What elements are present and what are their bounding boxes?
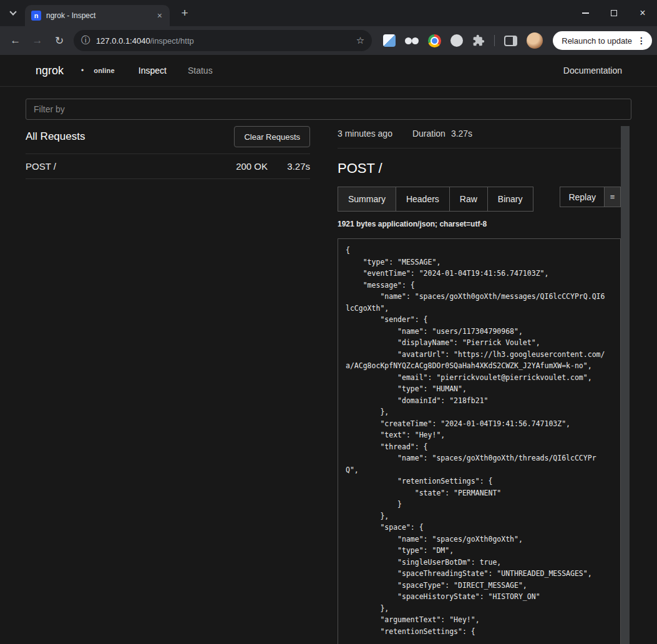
address-bar[interactable]: ⓘ 127.0.0.1:4040/inspect/http ☆	[74, 30, 372, 51]
reload-button[interactable]: ↻	[49, 30, 70, 51]
side-panel-icon[interactable]	[504, 36, 517, 46]
toolbar-separator	[494, 35, 495, 46]
requests-panel: All Requests Clear Requests POST / 200 O…	[26, 126, 310, 644]
menu-icon: ≡	[610, 192, 615, 202]
window-close-button[interactable]: ×	[628, 0, 657, 26]
site-info-icon[interactable]: ⓘ	[81, 35, 90, 46]
relaunch-to-update-button[interactable]: Relaunch to update ⋮	[553, 31, 652, 50]
ngrok-favicon: n	[31, 11, 41, 21]
detail-meta-row: 3 minutes ago Duration 3.27s	[338, 126, 621, 149]
request-time-ago: 3 minutes ago	[338, 129, 392, 139]
json-body: { "type": "MESSAGE", "eventTime": "2024-…	[346, 245, 613, 637]
tab-title: ngrok - Inspect	[46, 11, 150, 20]
nav-item-documentation[interactable]: Documentation	[563, 66, 622, 76]
menu-dots-icon: ⋮	[637, 36, 646, 46]
request-method-path: POST /	[26, 161, 56, 172]
url-text: 127.0.0.1:4040/inspect/http	[96, 36, 194, 46]
ngrok-logo[interactable]: ngrok	[36, 64, 64, 77]
replay-button[interactable]: Replay	[560, 187, 605, 207]
chrome-logo-extension-icon[interactable]	[428, 34, 441, 47]
extensions-area	[383, 32, 543, 49]
url-path: /inspect/http	[150, 36, 194, 46]
tab-strip: n ngrok - Inspect × + ×	[0, 0, 657, 26]
nav-item-inspect[interactable]: Inspect	[139, 66, 167, 76]
detail-title: POST /	[338, 149, 621, 187]
browser-window: n ngrok - Inspect × + × ← → ↻ ⓘ 127.0.0.…	[0, 0, 657, 644]
back-button[interactable]: ←	[5, 30, 26, 51]
profile-avatar[interactable]	[527, 32, 543, 49]
new-tab-button[interactable]: +	[176, 4, 193, 22]
tab-summary[interactable]: Summary	[338, 187, 396, 212]
url-host: 127.0.0.1:4040	[96, 36, 150, 46]
close-icon: ×	[640, 8, 645, 18]
relaunch-label: Relaunch to update	[562, 36, 632, 46]
clear-requests-button[interactable]: Clear Requests	[234, 126, 310, 147]
response-body-block: { "type": "MESSAGE", "eventTime": "2024-…	[338, 238, 621, 644]
extensions-puzzle-icon[interactable]	[472, 34, 485, 47]
content-type-meta: 1921 bytes application/json; charset=utf…	[338, 220, 621, 228]
filter-input[interactable]	[26, 99, 631, 120]
goggles-extension-icon[interactable]	[405, 37, 419, 45]
filter-row	[0, 87, 657, 120]
request-status: 200 OK	[236, 161, 268, 172]
tab-headers[interactable]: Headers	[396, 187, 450, 212]
browser-tab[interactable]: n ngrok - Inspect ×	[25, 5, 170, 26]
requests-header: All Requests Clear Requests	[26, 126, 310, 154]
request-detail-panel: 3 minutes ago Duration 3.27s POST / Summ…	[338, 126, 621, 644]
tab-close-icon[interactable]: ×	[155, 11, 165, 21]
window-minimize-button[interactable]	[571, 0, 600, 26]
round-extension-icon[interactable]	[450, 34, 463, 47]
replay-button-group: Replay ≡	[560, 187, 621, 207]
all-requests-heading: All Requests	[26, 130, 85, 143]
detail-tabs-row: Summary Headers Raw Binary Replay ≡	[338, 187, 621, 212]
request-duration: 3.27s	[268, 161, 310, 172]
bookmark-star-icon[interactable]: ☆	[356, 35, 364, 46]
window-maximize-button[interactable]	[600, 0, 628, 26]
tab-binary[interactable]: Binary	[487, 187, 533, 212]
status-online-label: online	[94, 67, 115, 74]
duration-value: 3.27s	[451, 129, 472, 139]
inspect-content: All Requests Clear Requests POST / 200 O…	[0, 126, 657, 644]
browser-toolbar: ← → ↻ ⓘ 127.0.0.1:4040/inspect/http ☆ Re…	[0, 26, 657, 55]
nav-item-status[interactable]: Status	[188, 66, 213, 76]
status-dot-icon: •	[81, 66, 84, 75]
ngrok-inspect-page: ngrok • online Inspect Status Documentat…	[0, 55, 657, 644]
chevron-down-icon	[9, 8, 16, 15]
tab-raw[interactable]: Raw	[449, 187, 488, 212]
window-controls: ×	[571, 0, 657, 26]
forward-button[interactable]: →	[27, 30, 47, 51]
duration-meta: Duration 3.27s	[412, 129, 472, 139]
tab-search-button[interactable]	[4, 4, 22, 22]
replay-menu-button[interactable]: ≡	[605, 187, 621, 207]
duration-label: Duration	[412, 129, 445, 139]
minimize-icon	[582, 12, 589, 14]
photo-extension-icon[interactable]	[383, 34, 396, 47]
maximize-icon	[611, 10, 617, 16]
request-row[interactable]: POST / 200 OK 3.27s	[26, 154, 310, 179]
detail-scrollbar[interactable]	[621, 126, 630, 644]
scrollbar-thumb[interactable]	[621, 126, 630, 644]
ngrok-navbar: ngrok • online Inspect Status Documentat…	[0, 55, 657, 87]
